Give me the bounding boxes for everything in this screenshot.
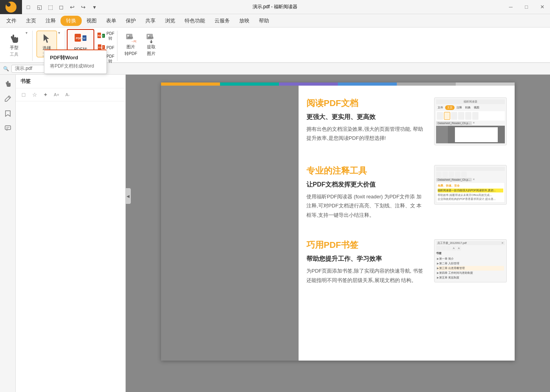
- collapse-sidebar-handle[interactable]: ◀: [125, 188, 131, 204]
- pdf-to-excel-button[interactable]: PDF → E PDF转: [95, 31, 115, 42]
- mini3-arrow3: ▶: [437, 267, 439, 270]
- pdf-section-annotate: 专业的注释工具 让PDF文档发挥更大价值 使用福昕PDF阅读器 (foxit r…: [306, 165, 507, 220]
- bookmark-subtitle: 帮助您提升工作、学习效率: [306, 255, 426, 263]
- mini3-item5-label: 第五章 奖惩制度: [439, 276, 459, 280]
- mini3-arrow2: ▶: [437, 262, 439, 265]
- image-convert-group: →PDF 图片 转PDF 提取 图片: [119, 29, 163, 62]
- comment-btn[interactable]: [2, 123, 14, 134]
- mini-menu-file: 文件: [436, 105, 444, 110]
- menu-form[interactable]: 表单: [101, 15, 121, 26]
- hand-mode-btn[interactable]: [2, 78, 14, 90]
- menu-share[interactable]: 共享: [141, 15, 160, 26]
- mini2-content-title: 免费、快速、安全: [438, 184, 503, 188]
- menu-view[interactable]: 视图: [82, 15, 101, 26]
- select-icon: [40, 33, 54, 44]
- mini-menu-active: 主页: [445, 105, 455, 110]
- mini3-item1-label: 第一章 简介: [439, 257, 454, 261]
- mini3-item3: ▶ 第三章 出差用餐管理: [437, 266, 504, 271]
- svg-point-25: [148, 35, 149, 37]
- mini3-item4-label: 第四章 工作时间与差助制度: [439, 271, 473, 275]
- menu-file[interactable]: 文件: [2, 15, 21, 26]
- image-to-pdf-label-line2: 转PDF: [125, 51, 138, 57]
- pdf-section-bookmark-text: 巧用PDF书签 帮助您提升工作、学习效率 为PDF页面添加书签,除了实现内容的快…: [306, 239, 426, 285]
- svg-marker-28: [150, 42, 153, 43]
- undo-btn[interactable]: ↩: [68, 2, 77, 12]
- sidebar-tool-textdec[interactable]: A-: [63, 90, 72, 99]
- pdf-content-area[interactable]: 阅读PDF文档 更强大、更实用、更高效 拥有出色的文档渲染效果,强大的页面管理功…: [126, 75, 550, 392]
- minimize-button[interactable]: ─: [503, 0, 519, 14]
- save-btn[interactable]: ◻: [57, 2, 66, 12]
- extract-images-button[interactable]: 提取 图片: [142, 31, 161, 57]
- pdf-right-area: 阅读PDF文档 更强大、更实用、更高效 拥有出色的文档渲染效果,强大的页面管理功…: [299, 86, 515, 361]
- pdf-section-read-text: 阅读PDF文档 更强大、更实用、更高效 拥有出色的文档渲染效果,强大的页面管理功…: [306, 97, 426, 143]
- mini-tabs: Datasheet_Reader_Ch.p... ✕: [436, 121, 505, 125]
- extract-images-icon: [144, 32, 158, 43]
- menu-protect[interactable]: 保护: [121, 15, 141, 26]
- menu-present[interactable]: 放映: [235, 15, 254, 26]
- logo-icon: [6, 2, 16, 13]
- quick-access-toolbar: □ ◱ ⬚ ◻ ↩ ↪ ▾: [24, 2, 99, 12]
- main-layout: 书签 □ ☆ ✦ A+ A- ◀: [0, 75, 550, 392]
- select-tool-dropdown[interactable]: ▾: [57, 31, 61, 35]
- close-button[interactable]: ✕: [534, 0, 550, 14]
- window-title: 演示.pdf - 福昕阅读器: [253, 4, 298, 10]
- image-to-pdf-button[interactable]: →PDF 图片 转PDF: [121, 31, 140, 57]
- mini-tab-close: ✕: [473, 121, 475, 125]
- maximize-button[interactable]: □: [519, 0, 534, 14]
- mini3-arrow4: ▶: [437, 271, 439, 275]
- mini3-item2: ▶ 第二章 入职管理: [437, 261, 504, 266]
- address-label: 🔍: [3, 66, 9, 71]
- sidebar-tool-textinc[interactable]: A+: [52, 90, 61, 99]
- print-btn[interactable]: ⬚: [46, 2, 55, 12]
- mini2-tabs: Datasheet_Reader_Ch.p... ✕: [436, 178, 505, 181]
- mini-ribbon: [436, 111, 505, 121]
- pdf-left-area: [161, 86, 299, 361]
- top-bar-orange: [161, 82, 220, 86]
- mini-ribbon-btn1: [437, 112, 443, 120]
- left-icon-panel: [0, 75, 16, 392]
- hand-tool-label: 手型: [10, 45, 18, 51]
- mini2-header: [436, 167, 505, 171]
- mini3-item5: ▶ 第五章 奖惩制度: [437, 275, 504, 280]
- sidebar-content: [16, 101, 125, 392]
- bookmark-sidebar-btn[interactable]: [2, 108, 14, 119]
- tooltip-title: PDF转Word: [50, 54, 101, 61]
- mini3-item3-label: 第三章 出差用餐管理: [439, 266, 465, 270]
- sidebar-tool-bookmark[interactable]: ☆: [30, 90, 39, 99]
- hand-tool-dropdown[interactable]: ▾: [24, 31, 28, 35]
- pdf-section-bookmark: 巧用PDF书签 帮助您提升工作、学习效率 为PDF页面添加书签,除了实现内容的快…: [306, 239, 507, 285]
- menu-convert[interactable]: 转换: [60, 16, 82, 26]
- mini-pdf-area: [436, 126, 505, 143]
- sidebar-title: 书签: [20, 78, 31, 84]
- menu-annotation[interactable]: 注释: [41, 15, 60, 26]
- annotate-title: 专业的注释工具: [306, 165, 426, 177]
- menu-help[interactable]: 帮助: [254, 15, 274, 26]
- menu-browse[interactable]: 浏览: [160, 15, 180, 26]
- menu-home[interactable]: 主页: [21, 15, 41, 26]
- bookmark-text: 为PDF页面添加书签,除了实现内容的快速导航, 书签还能指明不同书签的层级关系,…: [306, 266, 426, 285]
- mini-screenshot-1: 福昕阅读器 文件 主页 注释 转换 视图: [434, 97, 507, 145]
- top-bar-teal: [220, 82, 279, 86]
- pencil-btn[interactable]: [2, 93, 14, 104]
- titlebar: □ ◱ ⬚ ◻ ↩ ↪ ▾ 演示.pdf - 福昕阅读器 ─ □ ✕: [0, 0, 550, 14]
- redo-btn[interactable]: ↪: [79, 2, 88, 12]
- top-bar-light: [456, 82, 515, 86]
- ribbon: 手型 工具 ▾ 选择 工具 ▾ PDF: [0, 27, 550, 63]
- top-bar-gray: [397, 82, 456, 86]
- menu-cloud[interactable]: 云服务: [210, 15, 235, 26]
- mini3-btn5: A: [456, 246, 461, 251]
- sidebar-tool-new[interactable]: □: [19, 90, 28, 99]
- hand-tool-button[interactable]: 手型 工具: [4, 31, 24, 57]
- more-btn[interactable]: ▾: [90, 2, 99, 12]
- mini3-btn2: [441, 246, 446, 251]
- mini-page: [455, 127, 498, 142]
- read-title: 阅读PDF文档: [306, 97, 426, 109]
- file-open-btn[interactable]: □: [24, 2, 33, 12]
- menu-features[interactable]: 特色功能: [180, 15, 210, 26]
- mini-sidebar: [436, 126, 448, 143]
- sidebar-tool-star[interactable]: ✦: [41, 90, 50, 99]
- top-bar-blue: [338, 82, 397, 86]
- mini2-content: 免费、快速、安全 福昕阅读器一款功能强大的PDF阅读软件,真切... 帮助效率,…: [436, 182, 505, 203]
- image-to-pdf-label-line1: 图片: [126, 44, 135, 50]
- new-btn[interactable]: ◱: [35, 2, 44, 12]
